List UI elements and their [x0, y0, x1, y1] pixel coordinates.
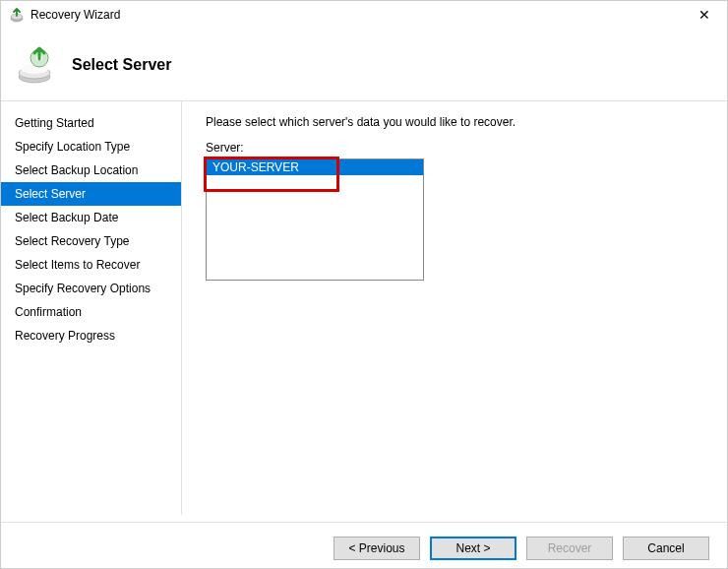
- sidebar-step-select-items-to-recover[interactable]: Select Items to Recover: [1, 253, 181, 277]
- sidebar-step-getting-started[interactable]: Getting Started: [1, 111, 181, 135]
- recovery-icon: [15, 45, 54, 85]
- server-field-label: Server:: [206, 141, 703, 155]
- sidebar-step-specify-recovery-options[interactable]: Specify Recovery Options: [1, 277, 181, 300]
- recover-button: Recover: [526, 537, 613, 560]
- sidebar-step-select-backup-location[interactable]: Select Backup Location: [1, 158, 181, 182]
- steps-sidebar: Getting Started Specify Location Type Se…: [1, 101, 182, 515]
- server-list-item[interactable]: YOUR-SERVER: [207, 159, 423, 175]
- window-title: Recovery Wizard: [30, 8, 690, 22]
- wizard-main: Please select which server's data you wo…: [182, 101, 727, 515]
- recovery-wizard-icon: [9, 7, 25, 23]
- titlebar: Recovery Wizard ✕: [1, 1, 727, 29]
- sidebar-step-select-server[interactable]: Select Server: [1, 182, 181, 206]
- instruction-text: Please select which server's data you wo…: [206, 115, 703, 129]
- wizard-footer: < Previous Next > Recover Cancel: [1, 522, 727, 560]
- server-listbox[interactable]: YOUR-SERVER: [206, 158, 424, 281]
- page-title: Select Server: [72, 56, 171, 74]
- close-icon[interactable]: ✕: [690, 1, 719, 29]
- next-button[interactable]: Next >: [430, 537, 516, 560]
- wizard-body: Getting Started Specify Location Type Se…: [1, 101, 727, 515]
- sidebar-step-select-backup-date[interactable]: Select Backup Date: [1, 206, 181, 229]
- sidebar-step-confirmation[interactable]: Confirmation: [1, 300, 181, 324]
- wizard-header: Select Server: [1, 29, 727, 101]
- previous-button[interactable]: < Previous: [334, 537, 420, 560]
- sidebar-step-select-recovery-type[interactable]: Select Recovery Type: [1, 229, 181, 253]
- sidebar-step-specify-location-type[interactable]: Specify Location Type: [1, 135, 181, 158]
- sidebar-step-recovery-progress[interactable]: Recovery Progress: [1, 324, 181, 348]
- cancel-button[interactable]: Cancel: [623, 537, 709, 560]
